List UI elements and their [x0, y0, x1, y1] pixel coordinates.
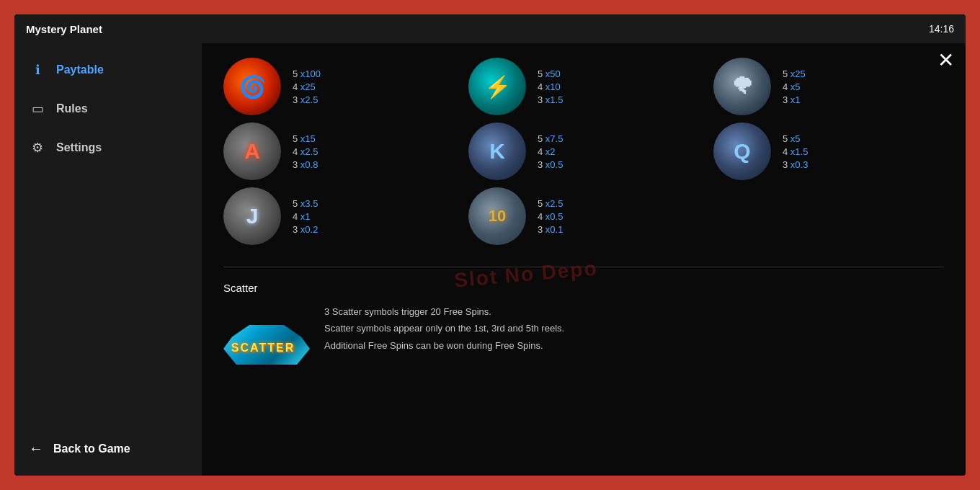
sidebar-item-paytable[interactable]: ℹ Paytable — [14, 50, 202, 89]
lightning-pay-5: 5 x50 — [538, 68, 563, 79]
a-pays: 5 x15 4 x2.5 3 x0.8 — [293, 133, 318, 170]
ten-pay-4: 4 x0.5 — [538, 211, 563, 222]
symbol-ten: 10 — [468, 187, 526, 245]
symbol-row-lightning: ⚡ 5 x50 4 x10 3 x1.5 — [468, 58, 699, 115]
symbol-row-a: A 5 x15 4 x2.5 3 x0.8 — [223, 122, 454, 180]
body: ℹ Paytable ▭ Rules ⚙ Settings ← Back to … — [14, 43, 966, 476]
tornado-pays: 5 x25 4 x5 3 x1 — [783, 68, 806, 105]
content-area[interactable]: ✕ Slot No Depo 🌀 5 x100 4 x25 — [202, 43, 966, 476]
paytable-label: Paytable — [56, 63, 104, 76]
j-pays: 5 x3.5 4 x1 3 x0.2 — [293, 198, 318, 235]
book-icon: ▭ — [29, 101, 46, 117]
symbol-row-j: J 5 x3.5 4 x1 3 x0.2 — [223, 187, 454, 245]
app-title: Mystery Planet — [26, 23, 102, 35]
scatter-text-label: SCATTER — [231, 342, 295, 355]
a-pay-3: 3 x0.8 — [293, 159, 318, 170]
symbol-q: Q — [713, 122, 771, 180]
fire-pay-4: 4 x25 — [293, 81, 321, 92]
a-pay-5: 5 x15 — [293, 133, 318, 144]
a-pay-4: 4 x2.5 — [293, 146, 318, 157]
scatter-desc-2: Scatter symbols appear only on the 1st, … — [324, 320, 564, 337]
k-pay-4: 4 x2 — [538, 146, 563, 157]
q-pay-3: 3 x0.3 — [783, 159, 808, 170]
tornado-pay-5: 5 x25 — [783, 68, 806, 79]
main-container: Mystery Planet 14:16 ℹ Paytable ▭ Rules … — [14, 14, 966, 476]
sidebar: ℹ Paytable ▭ Rules ⚙ Settings ← Back to … — [14, 43, 202, 476]
j-symbol-text: J — [246, 204, 259, 228]
lightning-pays: 5 x50 4 x10 3 x1.5 — [538, 68, 563, 105]
q-pays: 5 x5 4 x1.5 3 x0.3 — [783, 133, 808, 170]
fire-pay-3: 3 x2.5 — [293, 94, 321, 105]
j-pay-5: 5 x3.5 — [293, 198, 318, 209]
clock: 14:16 — [929, 23, 954, 35]
q-symbol-text: Q — [734, 139, 750, 164]
fire-pays: 5 x100 4 x25 3 x2.5 — [293, 68, 321, 105]
j-pay-4: 4 x1 — [293, 211, 318, 222]
gear-icon: ⚙ — [29, 140, 46, 156]
k-pay-3: 3 x0.5 — [538, 159, 563, 170]
scatter-left: Scatter SCATTER — [223, 282, 303, 365]
symbol-row-q: Q 5 x5 4 x1.5 3 x0.3 — [713, 122, 944, 180]
tornado-symbol-text: 🌪 — [731, 74, 753, 99]
rules-label: Rules — [56, 102, 88, 115]
sidebar-item-rules[interactable]: ▭ Rules — [14, 89, 202, 128]
q-pay-4: 4 x1.5 — [783, 146, 808, 157]
ten-pay-3: 3 x0.1 — [538, 224, 563, 235]
tornado-pay-4: 4 x5 — [783, 81, 806, 92]
symbol-k: K — [468, 122, 526, 180]
section-divider — [223, 267, 944, 267]
j-pay-3: 3 x0.2 — [293, 224, 318, 235]
ten-pays: 5 x2.5 4 x0.5 3 x0.1 — [538, 198, 563, 235]
scatter-crystal: SCATTER — [223, 307, 303, 365]
ten-symbol-text: 10 — [489, 207, 506, 226]
q-pay-5: 5 x5 — [783, 133, 808, 144]
symbol-row-ten: 10 5 x2.5 4 x0.5 3 x0.1 — [468, 187, 699, 245]
lightning-pay-4: 4 x10 — [538, 81, 563, 92]
ten-pay-5: 5 x2.5 — [538, 198, 563, 209]
top-bar: Mystery Planet 14:16 — [14, 14, 966, 43]
k-symbol-text: K — [489, 139, 505, 164]
settings-label: Settings — [56, 141, 102, 154]
symbol-row-tornado: 🌪 5 x25 4 x5 3 x1 — [713, 58, 944, 115]
close-button[interactable]: ✕ — [937, 50, 954, 71]
symbol-a: A — [223, 122, 281, 180]
empty-cell — [713, 187, 944, 245]
info-icon: ℹ — [29, 62, 46, 78]
scatter-title: Scatter — [223, 282, 303, 294]
fire-pay-5: 5 x100 — [293, 68, 321, 79]
scatter-info: 3 Scatter symbols trigger 20 Free Spins.… — [324, 282, 564, 354]
back-to-game-label: Back to Game — [53, 442, 130, 455]
k-pays: 5 x7.5 4 x2 3 x0.5 — [538, 133, 563, 170]
symbol-row-k: K 5 x7.5 4 x2 3 x0.5 — [468, 122, 699, 180]
fire-symbol-text: 🌀 — [239, 74, 266, 99]
lightning-symbol-text: ⚡ — [484, 74, 511, 99]
arrow-left-icon: ← — [29, 440, 43, 457]
a-symbol-text: A — [244, 139, 260, 164]
symbol-row-fire: 🌀 5 x100 4 x25 3 x2.5 — [223, 58, 454, 115]
symbol-fire: 🌀 — [223, 58, 281, 115]
tornado-pay-3: 3 x1 — [783, 94, 806, 105]
back-to-game-button[interactable]: ← Back to Game — [14, 429, 202, 468]
scatter-section: Scatter SCATTER 3 Scatter symbols trigge… — [223, 282, 944, 365]
scatter-desc-1: 3 Scatter symbols trigger 20 Free Spins. — [324, 303, 564, 320]
scatter-symbol-container: SCATTER — [223, 307, 303, 365]
sidebar-item-settings[interactable]: ⚙ Settings — [14, 128, 202, 167]
symbol-lightning: ⚡ — [468, 58, 526, 115]
symbol-j: J — [223, 187, 281, 245]
k-pay-5: 5 x7.5 — [538, 133, 563, 144]
lightning-pay-3: 3 x1.5 — [538, 94, 563, 105]
symbol-grid: 🌀 5 x100 4 x25 3 x2.5 — [223, 58, 944, 245]
scatter-desc-3: Additional Free Spins can be won during … — [324, 337, 564, 354]
symbol-tornado: 🌪 — [713, 58, 771, 115]
